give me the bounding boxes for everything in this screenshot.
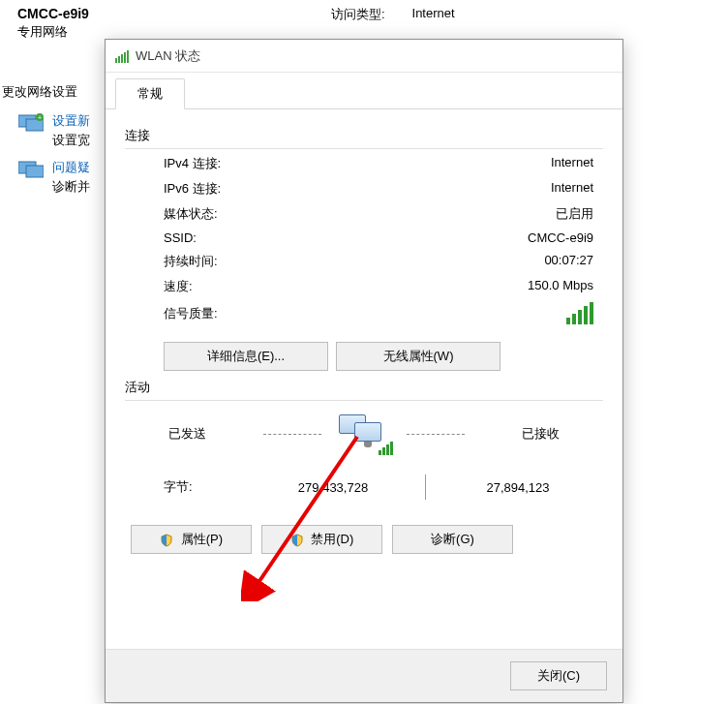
ipv4-label: IPv4 连接: <box>164 155 221 172</box>
speed-label: 速度: <box>164 278 193 295</box>
speed-value: 150.0 Mbps <box>528 278 593 295</box>
properties-label: 属性(P) <box>181 532 223 546</box>
bytes-recv: 27,894,123 <box>445 480 591 495</box>
network-setup-icon: + <box>17 112 45 134</box>
ssid-label: SSID: <box>164 230 197 245</box>
access-type-label: 访问类型: <box>331 6 385 41</box>
titlebar[interactable]: WLAN 状态 <box>106 40 622 73</box>
troubleshoot-desc: 诊断并 <box>52 178 90 196</box>
duration-label: 持续时间: <box>164 253 218 270</box>
properties-button[interactable]: 属性(P) <box>131 525 252 554</box>
access-type-value: Internet <box>412 6 455 41</box>
ssid-value: CMCC-e9i9 <box>528 230 593 245</box>
bg-header: CMCC-e9i9 专用网络 访问类型: Internet <box>0 0 728 41</box>
media-value: 已启用 <box>556 205 593 223</box>
ipv4-value: Internet <box>551 155 593 172</box>
dashline-left <box>263 434 321 435</box>
close-button[interactable]: 关闭(C) <box>510 661 607 690</box>
network-type: 专用网络 <box>17 23 89 41</box>
troubleshoot-link: 问题疑 <box>52 159 90 176</box>
bytes-sent: 279,433,728 <box>260 480 406 495</box>
group-activity: 活动 <box>125 379 603 401</box>
details-button[interactable]: 详细信息(E)... <box>164 342 328 371</box>
dialog-footer: 关闭(C) <box>106 649 622 702</box>
wireless-properties-button[interactable]: 无线属性(W) <box>336 342 500 371</box>
setup-desc: 设置宽 <box>52 132 90 149</box>
media-label: 媒体状态: <box>164 205 218 223</box>
group-connection: 连接 <box>125 127 603 149</box>
dialog-title: WLAN 状态 <box>136 47 200 65</box>
troubleshoot-icon <box>17 159 45 180</box>
shield-icon <box>160 534 173 547</box>
bytes-divider <box>425 474 426 500</box>
computers-icon <box>335 413 393 455</box>
signal-quality-icon <box>564 303 593 324</box>
shield-icon <box>290 534 304 547</box>
signal-icon <box>115 49 130 63</box>
bytes-row: 字节: 279,433,728 27,894,123 <box>125 465 603 504</box>
duration-value: 00:07:27 <box>544 253 593 270</box>
network-name: CMCC-e9i9 <box>17 6 89 21</box>
setup-link: 设置新 <box>52 112 90 130</box>
tab-strip: 常规 <box>106 73 622 109</box>
signal-quality-label: 信号质量: <box>164 305 218 322</box>
tab-general[interactable]: 常规 <box>115 78 185 109</box>
activity-graphic: 已发送 已接收 <box>125 413 603 455</box>
ipv6-value: Internet <box>551 180 593 198</box>
sent-label: 已发送 <box>125 425 250 443</box>
wlan-status-dialog: WLAN 状态 常规 连接 IPv4 连接:Internet IPv6 连接:I… <box>105 39 623 703</box>
svg-rect-5 <box>26 166 44 177</box>
dialog-content: 连接 IPv4 连接:Internet IPv6 连接:Internet 媒体状… <box>106 109 622 649</box>
disable-label: 禁用(D) <box>311 532 353 546</box>
recv-label: 已接收 <box>478 425 603 443</box>
dashline-right <box>407 434 465 435</box>
bytes-label: 字节: <box>164 478 260 496</box>
diagnose-button[interactable]: 诊断(G) <box>392 525 513 554</box>
ipv6-label: IPv6 连接: <box>164 180 221 198</box>
svg-text:+: + <box>38 114 42 121</box>
disable-button[interactable]: 禁用(D) <box>261 525 382 554</box>
